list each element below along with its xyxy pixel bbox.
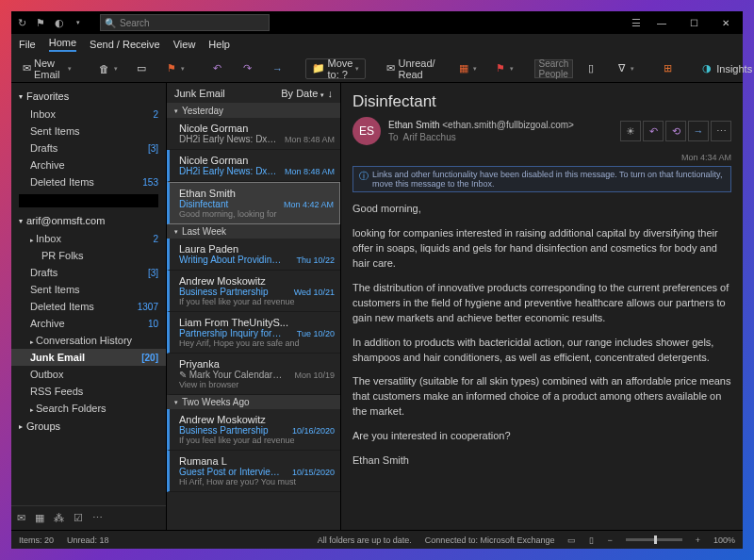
group-header[interactable]: Yesterday: [167, 104, 340, 118]
people-view-icon[interactable]: ⁂: [54, 512, 64, 524]
envelope-icon: ✉: [23, 62, 31, 75]
zoom-out-button[interactable]: −: [607, 535, 612, 545]
flag-button[interactable]: ⚑▾: [159, 58, 190, 79]
chevron-down-icon[interactable]: ▾: [72, 16, 85, 29]
message-item[interactable]: Ethan SmithDisinfectantGood morning, loo…: [167, 182, 340, 224]
message-item[interactable]: Laura PadenWriting About Providing To...…: [167, 239, 340, 271]
global-search-input[interactable]: 🔍 Search: [100, 14, 270, 31]
delete-button[interactable]: 🗑▾: [92, 58, 123, 79]
view-normal-icon[interactable]: ▭: [567, 535, 576, 545]
zoom-value: 100%: [713, 535, 735, 545]
minimize-button[interactable]: —: [648, 11, 675, 34]
folder-item[interactable]: Outbox: [11, 366, 166, 383]
forward-action-button[interactable]: →: [266, 58, 290, 79]
reply-all-button[interactable]: ⟲: [665, 121, 686, 141]
maximize-button[interactable]: ☐: [680, 11, 707, 34]
message-item[interactable]: Nicole GormanDH2i Early News: DxOdysse..…: [167, 150, 340, 182]
insights-button[interactable]: ◑ Insights: [695, 58, 754, 79]
message-item[interactable]: Priyanka✎ Mark Your Calendars to M...Vie…: [167, 354, 340, 395]
quick-icon[interactable]: ⚑: [34, 16, 47, 29]
filter-button[interactable]: ∇▾: [609, 58, 640, 79]
folder-item[interactable]: Sent Items: [11, 281, 166, 298]
more-views-icon[interactable]: ⋯: [92, 512, 103, 524]
info-icon: ⓘ: [359, 170, 369, 183]
search-icon: 🔍: [105, 18, 116, 28]
folder-item[interactable]: Junk Email[20]: [11, 349, 166, 366]
search-people-input[interactable]: Search People: [534, 59, 574, 78]
tasks-view-icon[interactable]: ☑: [74, 512, 83, 524]
reply-button[interactable]: ↶: [643, 121, 664, 141]
menu-send-receive[interactable]: Send / Receive: [90, 39, 160, 50]
zoom-in-button[interactable]: +: [696, 535, 700, 545]
categorize-button[interactable]: ▦▾: [451, 58, 483, 79]
group-header[interactable]: Last Week: [167, 224, 340, 239]
info-bar[interactable]: ⓘ Links and other functionality have bee…: [352, 166, 731, 192]
mail-view-icon[interactable]: ✉: [17, 512, 25, 524]
folder-item[interactable]: Drafts[3]: [11, 140, 166, 156]
message-date: Mon 4:34 AM: [341, 151, 743, 164]
folder-item[interactable]: Inbox2: [11, 106, 166, 123]
message-item[interactable]: Liam From TheUnityS...Partnership Inquir…: [167, 312, 340, 354]
groups-label: Groups: [26, 420, 60, 432]
menu-file[interactable]: File: [19, 39, 36, 50]
folder-item[interactable]: RSS Feeds: [11, 383, 166, 400]
menu-home[interactable]: Home: [49, 37, 76, 52]
message-item[interactable]: Nicole GormanDH2i Early News: DxOdyssey …: [167, 118, 340, 150]
message-list-header: Junk Email By Date ▾ ↓: [167, 83, 340, 104]
sync-icon[interactable]: ↻: [15, 16, 28, 29]
followup-button[interactable]: ⚑▾: [488, 58, 519, 79]
menu-view[interactable]: View: [173, 39, 196, 50]
archive-button[interactable]: ▭: [129, 58, 154, 79]
unread-read-button[interactable]: ✉ Unread/ Read: [381, 58, 445, 79]
folder-item[interactable]: Sent Items: [11, 123, 166, 140]
message-item[interactable]: Rumana LGuest Post or Interview opp...Hi…: [167, 451, 340, 492]
calendar-view-icon[interactable]: ▦: [35, 512, 44, 524]
folder-item[interactable]: ▸Inbox2: [11, 230, 166, 247]
move-to-button[interactable]: 📁 Move to: ? ▾: [305, 58, 367, 79]
groups-section[interactable]: Groups: [11, 417, 166, 436]
folder-item[interactable]: Archive10: [11, 315, 166, 332]
status-sync: All folders are up to date.: [318, 535, 412, 545]
trash-icon: 🗑: [98, 62, 111, 75]
message-item[interactable]: Andrew MoskowitzBusiness PartnershipIf y…: [167, 271, 340, 312]
menu-help[interactable]: Help: [208, 39, 230, 50]
forward-button[interactable]: →: [688, 121, 709, 141]
sun-button[interactable]: ☀: [620, 121, 641, 141]
person-icon[interactable]: ◐: [53, 16, 66, 29]
body-paragraph: Ethan Smith: [352, 453, 731, 469]
zoom-slider[interactable]: [626, 538, 682, 541]
view-reading-icon[interactable]: ▯: [589, 535, 594, 545]
folder-item[interactable]: Drafts[3]: [11, 264, 166, 281]
redo-button[interactable]: ↷: [236, 58, 260, 79]
status-unread: Unread: 18: [67, 535, 109, 545]
menubar: File Home Send / Receive View Help: [11, 34, 743, 55]
folder-item[interactable]: Deleted Items153: [11, 173, 166, 190]
search-people-placeholder: Search People: [539, 58, 569, 79]
group-header[interactable]: Two Weeks Ago: [167, 395, 340, 409]
folder-item[interactable]: Deleted Items1307: [11, 298, 166, 315]
add-in-button[interactable]: ⊞: [655, 58, 680, 79]
close-button[interactable]: ✕: [713, 11, 739, 34]
favorites-label: Favorites: [26, 91, 69, 102]
message-item[interactable]: Andrew MoskowitzBusiness PartnershipIf y…: [167, 409, 340, 451]
categorize-icon: ▦: [457, 62, 470, 75]
account-section[interactable]: arif@onmsft.com: [11, 211, 166, 230]
body-paragraph: Are you interested in cooperation?: [352, 429, 731, 444]
content-area: Favorites Inbox2Sent ItemsDrafts[3]Archi…: [11, 83, 743, 530]
favorites-section[interactable]: Favorites: [11, 87, 166, 106]
recipient-line: To Arif Bacchus: [388, 131, 613, 143]
undo-button[interactable]: ↶: [205, 58, 230, 79]
message-list-pane: ‹ Junk Email By Date ▾ ↓ YesterdayNicole…: [167, 83, 341, 530]
folder-move-icon: 📁: [312, 62, 325, 75]
folder-item[interactable]: PR Folks: [11, 247, 166, 264]
folder-item[interactable]: ▸Search Folders: [11, 400, 166, 417]
sort-button[interactable]: By Date ▾ ↓: [281, 88, 333, 99]
message-body[interactable]: Good morning,looking for companies inter…: [341, 198, 743, 482]
message-list[interactable]: YesterdayNicole GormanDH2i Early News: D…: [167, 104, 340, 530]
new-email-button[interactable]: ✉ New Email ▾: [17, 58, 77, 79]
more-actions-button[interactable]: ⋯: [711, 121, 731, 141]
move-to-label: Move to: ?: [328, 58, 353, 80]
address-book-button[interactable]: ▯: [579, 58, 603, 79]
folder-item[interactable]: Archive: [11, 156, 166, 173]
folder-item[interactable]: ▸Conversation History: [11, 332, 166, 349]
